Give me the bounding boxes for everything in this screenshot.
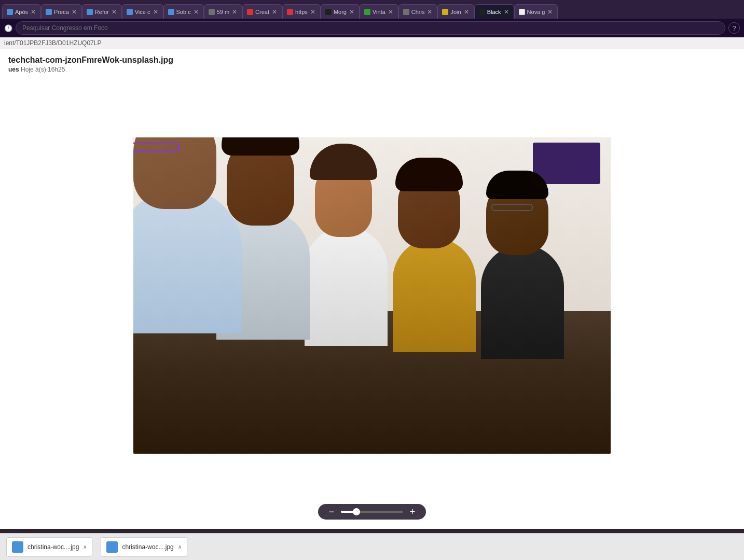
tab-1-close[interactable]: ✕ <box>30 8 36 16</box>
download-icon-1 <box>12 541 23 553</box>
zoom-controls: − + <box>318 504 426 520</box>
person-5-glasses <box>491 204 533 211</box>
person-1 <box>133 137 253 333</box>
tab-7-close[interactable]: ✕ <box>271 8 278 16</box>
person-1-glasses <box>133 143 180 152</box>
tab-4-close[interactable]: ✕ <box>153 8 159 16</box>
tab-3-label: Refor <box>95 9 109 15</box>
tab-6-label: 59 m <box>217 9 229 15</box>
main-image <box>133 137 611 454</box>
tab-4-favicon <box>127 9 133 15</box>
tab-5-favicon <box>168 9 174 15</box>
tab-8-label: https <box>295 9 308 15</box>
download-icon-2 <box>106 541 118 553</box>
tab-5-label: Sob c <box>176 9 191 15</box>
image-viewer: − + <box>0 77 744 529</box>
file-name: techchat-com-jzonFmreWok-unsplash.jpg <box>8 55 736 65</box>
person-4 <box>388 176 491 352</box>
zoom-out-button[interactable]: − <box>326 507 337 516</box>
tab-8-close[interactable]: ✕ <box>310 8 316 16</box>
tab-9-close[interactable]: ✕ <box>349 8 355 16</box>
tab-14[interactable]: Nova g ✕ <box>514 4 558 19</box>
tab-5-close[interactable]: ✕ <box>193 8 199 16</box>
download-chevron-1[interactable]: ∧ <box>83 544 87 550</box>
person-4-body <box>393 238 476 352</box>
clock-icon: 🕐 <box>4 24 12 32</box>
file-date: Hoje à(s) 16h25 <box>21 66 65 73</box>
tab-2-close[interactable]: ✕ <box>71 8 77 16</box>
tab-13[interactable]: Black ✕ <box>474 4 514 19</box>
tab-bar: Após ✕ Preca ✕ Refor ✕ Vice c ✕ Sob c ✕ <box>0 0 744 19</box>
tab-8[interactable]: https ✕ <box>282 4 321 19</box>
tab-13-favicon <box>479 9 485 15</box>
download-item-1[interactable]: christina-woc....jpg ∧ <box>6 537 92 557</box>
url-bar: ient/T01JPB2FJ3B/D01HZUQ07LP <box>0 37 744 49</box>
file-meta: ues Hoje à(s) 16h25 <box>8 66 736 73</box>
tab-3-favicon <box>87 9 93 15</box>
tab-13-close[interactable]: ✕ <box>503 8 509 16</box>
address-bar: 🕐 ? <box>0 19 744 37</box>
browser-frame: Após ✕ Preca ✕ Refor ✕ Vice c ✕ Sob c ✕ <box>0 0 744 560</box>
tab-12-favicon <box>442 9 448 15</box>
tab-6-close[interactable]: ✕ <box>231 8 238 16</box>
tab-1-label: Após <box>15 9 28 15</box>
tab-9-label: Morg <box>334 9 347 15</box>
download-item-2[interactable]: christina-woc....jpg ∧ <box>101 537 187 557</box>
tab-12[interactable]: Join ✕ <box>437 4 474 19</box>
zoom-slider[interactable] <box>341 511 403 513</box>
tab-13-label: Black <box>487 9 501 15</box>
tab-11-label: Chris <box>411 9 425 15</box>
wall-screen <box>533 143 600 184</box>
tab-12-label: Join <box>450 9 461 15</box>
download-label-1: christina-woc....jpg <box>27 543 79 551</box>
tab-6[interactable]: 59 m ✕ <box>204 4 242 19</box>
tab-14-label: Nova g <box>527 9 545 15</box>
file-meta-label: ues <box>8 66 19 73</box>
tab-10-close[interactable]: ✕ <box>388 8 394 16</box>
zoom-slider-handle[interactable] <box>353 508 360 515</box>
content-area: techchat-com-jzonFmreWok-unsplash.jpg ue… <box>0 49 744 533</box>
download-bar: christina-woc....jpg ∧ christina-woc....… <box>0 533 744 560</box>
tab-3-close[interactable]: ✕ <box>111 8 117 16</box>
download-label-2: christina-woc....jpg <box>122 543 173 551</box>
tab-11[interactable]: Chris ✕ <box>398 4 438 19</box>
tab-8-favicon <box>287 9 293 15</box>
tab-10-label: Vinta <box>373 9 385 15</box>
file-info: techchat-com-jzonFmreWok-unsplash.jpg ue… <box>0 49 744 77</box>
zoom-in-button[interactable]: + <box>407 507 418 516</box>
tab-7-label: Creat <box>255 9 269 15</box>
tab-4-label: Vice c <box>135 9 150 15</box>
tab-11-favicon <box>403 9 409 15</box>
person-5-hair <box>486 171 548 199</box>
help-icon[interactable]: ? <box>728 22 740 34</box>
tab-14-favicon <box>519 9 525 15</box>
tab-2-label: Preca <box>54 9 69 15</box>
person-5 <box>476 183 580 359</box>
search-input[interactable] <box>16 21 725 35</box>
tab-6-favicon <box>209 9 215 15</box>
person-1-body <box>133 188 242 333</box>
tab-10-favicon <box>364 9 370 15</box>
person-4-hair <box>395 158 463 191</box>
tab-7[interactable]: Creat ✕ <box>242 4 282 19</box>
tab-2[interactable]: Preca ✕ <box>41 4 82 19</box>
download-chevron-2[interactable]: ∧ <box>178 544 182 550</box>
tab-11-close[interactable]: ✕ <box>426 8 433 16</box>
tab-10[interactable]: Vinta ✕ <box>360 4 398 19</box>
tab-9-favicon <box>325 9 332 15</box>
tab-9[interactable]: Morg ✕ <box>321 4 360 19</box>
tab-1-favicon <box>7 9 13 15</box>
tab-1[interactable]: Após ✕ <box>2 4 41 19</box>
url-path: ient/T01JPB2FJ3B/D01HZUQ07LP <box>4 39 101 47</box>
tab-7-favicon <box>247 9 253 15</box>
tab-12-close[interactable]: ✕ <box>463 8 470 16</box>
bottom-bar <box>0 529 744 533</box>
tab-5[interactable]: Sob c ✕ <box>163 4 204 19</box>
tab-3[interactable]: Refor ✕ <box>82 4 122 19</box>
tab-14-close[interactable]: ✕ <box>547 8 553 16</box>
person-5-body <box>481 245 564 359</box>
tab-2-favicon <box>46 9 52 15</box>
image-background <box>133 137 611 454</box>
tab-4[interactable]: Vice c ✕ <box>122 4 163 19</box>
